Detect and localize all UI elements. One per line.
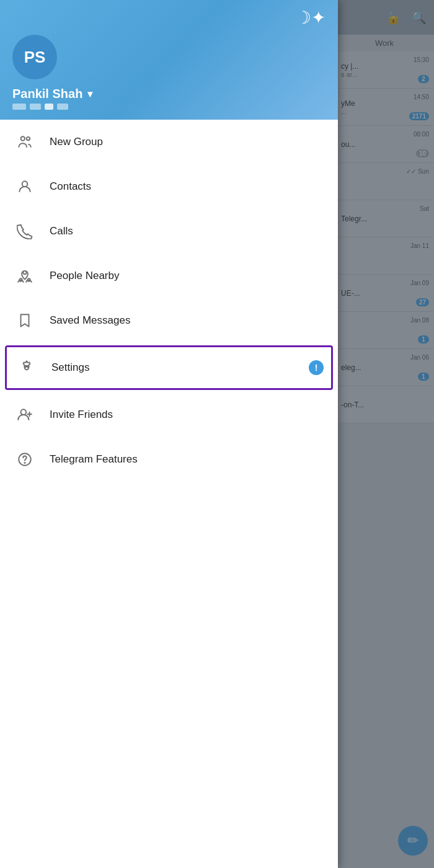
- menu-item-saved-messages[interactable]: Saved Messages: [0, 298, 338, 343]
- menu-label-contacts: Contacts: [50, 180, 326, 193]
- menu-label-telegram-features: Telegram Features: [50, 453, 326, 466]
- chevron-down-icon[interactable]: ▾: [87, 88, 92, 100]
- dot4: [57, 104, 68, 110]
- drawer: ☽✦ PS Pankil Shah ▾ New Group Contacts C…: [0, 0, 338, 868]
- dot1: [12, 104, 26, 110]
- menu-item-telegram-features[interactable]: Telegram Features: [0, 437, 338, 482]
- phone-number-dots: [0, 104, 338, 110]
- people-icon: [12, 130, 37, 154]
- person-add-icon: [12, 402, 37, 427]
- gear-icon: [14, 355, 39, 380]
- menu-label-calls: Calls: [50, 225, 326, 237]
- dot2: [30, 104, 41, 110]
- drawer-header: ☽✦ PS Pankil Shah ▾: [0, 0, 338, 120]
- menu-label-people-nearby: People Nearby: [50, 270, 326, 282]
- drawer-header-top: ☽✦: [0, 0, 338, 35]
- menu-label-settings: Settings: [51, 361, 309, 374]
- dot3: [45, 104, 53, 110]
- moon-icon[interactable]: ☽✦: [296, 7, 326, 28]
- location-person-icon: [12, 264, 37, 288]
- menu-item-people-nearby[interactable]: People Nearby: [0, 254, 338, 298]
- svg-point-2: [22, 181, 28, 187]
- avatar[interactable]: PS: [12, 35, 57, 79]
- svg-point-1: [27, 137, 30, 140]
- menu-item-invite-friends[interactable]: Invite Friends: [0, 392, 338, 437]
- menu-item-calls[interactable]: Calls: [0, 209, 338, 254]
- user-name: Pankil Shah ▾: [0, 87, 338, 104]
- menu-label-new-group: New Group: [50, 136, 326, 148]
- svg-point-7: [21, 409, 27, 415]
- menu-label-invite-friends: Invite Friends: [50, 409, 326, 421]
- menu-item-settings[interactable]: Settings !: [5, 345, 333, 390]
- svg-point-0: [21, 136, 25, 141]
- menu-label-saved-messages: Saved Messages: [50, 314, 326, 327]
- settings-badge: !: [309, 360, 324, 375]
- phone-icon: [12, 219, 37, 244]
- question-icon: [12, 447, 37, 472]
- menu-item-contacts[interactable]: Contacts: [0, 164, 338, 209]
- bookmark-icon: [12, 308, 37, 333]
- person-icon: [12, 174, 37, 199]
- svg-point-9: [24, 463, 25, 463]
- menu-list: New Group Contacts Calls People Nearby S…: [0, 120, 338, 868]
- dim-overlay: [338, 0, 434, 868]
- menu-item-new-group[interactable]: New Group: [0, 120, 338, 164]
